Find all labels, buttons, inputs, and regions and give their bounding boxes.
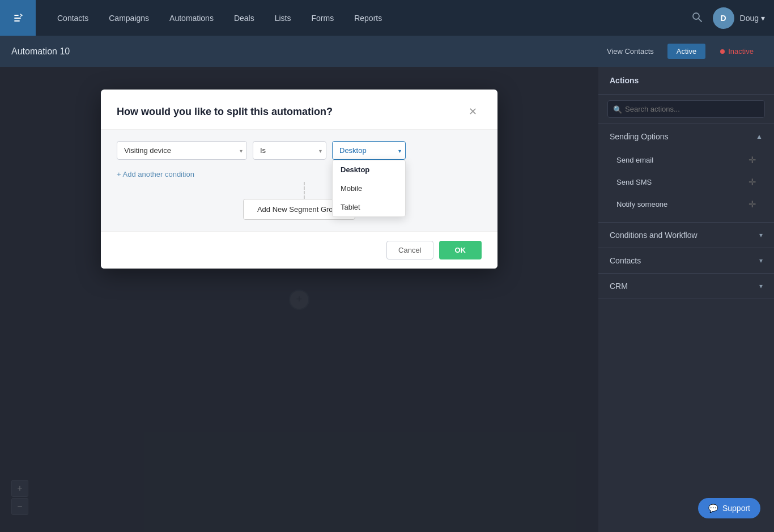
sidebar-section-conditions: Conditions and Workflow ▾ [598,223,774,248]
avatar[interactable]: D [713,7,734,29]
modal-overlay: How would you like to split this automat… [0,67,598,532]
search-icon: 🔍 [613,105,622,113]
add-condition-link[interactable]: + Add another condition [117,167,482,182]
nav-automations[interactable]: Automations [159,0,224,36]
send-email-drag-handle-icon[interactable]: ✛ [749,155,756,165]
dropdown-option-mobile[interactable]: Mobile [333,179,405,198]
canvas-area: + + − How would you like to split this a… [0,67,598,532]
device-dropdown-menu: Desktop Mobile Tablet [332,160,406,217]
notify-someone-drag-handle-icon[interactable]: ✛ [749,199,756,210]
condition-operator-wrapper: Is ▾ [253,141,326,160]
conditions-header[interactable]: Conditions and Workflow ▾ [598,223,774,248]
modal-body: Visiting device ▾ Is ▾ Deskt [101,130,497,231]
nav-toggle-button[interactable] [0,0,36,36]
split-automation-modal: How would you like to split this automat… [101,90,497,269]
support-chat-icon: 💬 [708,504,718,513]
modal-header: How would you like to split this automat… [101,90,497,130]
contacts-label: Contacts [610,256,641,265]
ok-button[interactable]: OK [439,241,482,259]
condition-value-select[interactable]: Desktop [332,141,406,160]
search-actions-input[interactable] [607,100,765,118]
contacts-header[interactable]: Contacts ▾ [598,248,774,273]
cancel-button[interactable]: Cancel [386,241,433,259]
svg-line-1 [699,19,701,22]
top-navigation: Contacts Campaigns Automations Deals Lis… [0,0,774,36]
dropdown-option-desktop[interactable]: Desktop [333,160,405,179]
condition-value-wrapper: Desktop ▾ Desktop Mobile Tablet [332,141,406,160]
sub-navigation: Automation 10 View Contacts Active Inact… [0,36,774,67]
contacts-chevron-icon: ▾ [759,257,763,265]
inactive-dot-icon [720,49,725,54]
conditions-label: Conditions and Workflow [610,231,698,240]
sidebar-section-contacts: Contacts ▾ [598,248,774,274]
condition-field-wrapper: Visiting device ▾ [117,141,247,160]
nav-right: D Doug ▾ [687,7,774,29]
dropdown-option-tablet[interactable]: Tablet [333,198,405,216]
main-layout: + + − How would you like to split this a… [0,67,774,532]
crm-label: CRM [610,282,628,291]
conditions-chevron-icon: ▾ [759,231,763,239]
sidebar-item-send-sms[interactable]: Send SMS ✛ [607,171,765,193]
sidebar-section-crm: CRM ▾ [598,274,774,299]
modal-close-button[interactable]: ✕ [464,103,482,120]
status-inactive-button[interactable]: Inactive [711,44,763,59]
svg-point-0 [693,13,699,19]
nav-lists[interactable]: Lists [265,0,301,36]
nav-campaigns[interactable]: Campaigns [99,0,159,36]
right-sidebar: Actions 🔍 Sending Options ▲ Send email ✛… [598,67,774,532]
nav-contacts[interactable]: Contacts [47,0,99,36]
sidebar-section-sending-options: Sending Options ▲ Send email ✛ Send SMS … [598,124,774,223]
support-label: Support [722,504,750,513]
crm-header[interactable]: CRM ▾ [598,274,774,299]
modal-title: How would you like to split this automat… [117,106,333,118]
actions-header: Actions [598,67,774,95]
sending-options-content: Send email ✛ Send SMS ✛ Notify someone ✛ [598,149,774,222]
support-button[interactable]: 💬 Support [698,498,760,518]
nav-forms[interactable]: Forms [301,0,345,36]
condition-row: Visiting device ▾ Is ▾ Deskt [117,141,482,160]
modal-footer: Cancel OK [101,231,497,269]
condition-field-select[interactable]: Visiting device [117,141,247,160]
nav-deals[interactable]: Deals [224,0,265,36]
crm-chevron-icon: ▾ [759,282,763,290]
sub-nav-right: View Contacts Active Inactive [599,44,763,59]
view-contacts-button[interactable]: View Contacts [599,44,662,59]
automation-title: Automation 10 [11,46,70,57]
user-menu[interactable]: Doug ▾ [740,14,765,23]
send-sms-label: Send SMS [616,178,652,186]
sending-options-header[interactable]: Sending Options ▲ [598,124,774,149]
sidebar-item-send-email[interactable]: Send email ✛ [607,149,765,171]
sending-options-label: Sending Options [610,132,669,141]
nav-items: Contacts Campaigns Automations Deals Lis… [36,0,687,36]
send-sms-drag-handle-icon[interactable]: ✛ [749,177,756,188]
send-email-label: Send email [616,156,653,164]
sending-options-chevron-icon: ▲ [756,133,763,141]
nav-reports[interactable]: Reports [344,0,392,36]
search-actions-wrapper: 🔍 [598,95,774,124]
condition-operator-select[interactable]: Is [253,141,326,160]
status-active-button[interactable]: Active [667,44,705,59]
notify-someone-label: Notify someone [616,200,667,208]
sidebar-item-notify-someone[interactable]: Notify someone ✛ [607,193,765,215]
global-search-icon[interactable] [687,7,707,29]
